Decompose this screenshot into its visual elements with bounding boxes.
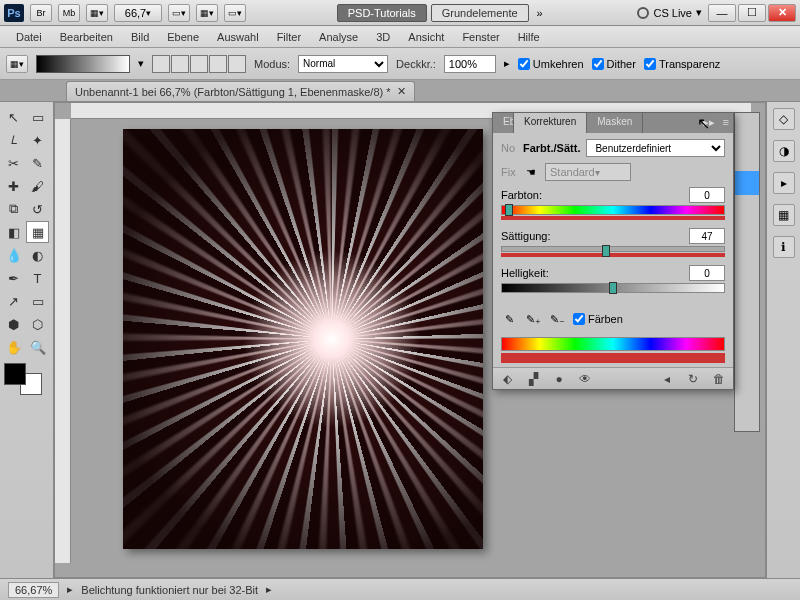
saturation-input[interactable] — [689, 228, 725, 244]
view-extras-button[interactable]: ▭▾ — [168, 4, 190, 22]
gradient-preview[interactable] — [36, 55, 130, 73]
menu-analyse[interactable]: Analyse — [311, 28, 366, 46]
status-zoom[interactable]: 66,67% — [8, 582, 59, 598]
close-doc-icon[interactable]: ✕ — [397, 85, 406, 98]
gradient-diamond[interactable] — [228, 55, 246, 73]
brush-tool[interactable]: 🖌 — [26, 175, 49, 197]
saturation-slider[interactable] — [501, 246, 725, 252]
adjustment-title: Farbt./Sätt. — [523, 142, 580, 154]
eraser-tool[interactable]: ◧ — [2, 221, 25, 243]
workspace-grundelemente[interactable]: Grundelemente — [431, 4, 529, 22]
dock-layers-icon[interactable]: ◇ — [773, 108, 795, 130]
hand-tool[interactable]: ✋ — [2, 336, 25, 358]
workspace-more-icon[interactable]: » — [533, 7, 547, 19]
gradient-reflected[interactable] — [209, 55, 227, 73]
screen-mode-button[interactable]: ▭▾ — [224, 4, 246, 22]
close-button[interactable]: ✕ — [768, 4, 796, 22]
dither-checkbox[interactable]: Dither — [592, 58, 636, 70]
transparenz-checkbox[interactable]: Transparenz — [644, 58, 720, 70]
eyedropper-add-icon[interactable]: ✎₊ — [525, 311, 541, 327]
tool-preset-picker[interactable]: ▦▾ — [6, 55, 28, 73]
status-arrow-icon[interactable]: ▸ — [67, 583, 73, 596]
marquee-tool[interactable]: ▭ — [26, 106, 49, 128]
panel-collapse-icon[interactable]: ▸▸ — [699, 113, 719, 133]
visibility-icon[interactable]: 👁 — [577, 371, 593, 387]
menu-ansicht[interactable]: Ansicht — [400, 28, 452, 46]
panel-tab-korrekturen[interactable]: Korrekturen — [514, 113, 587, 133]
menu-fenster[interactable]: Fenster — [454, 28, 507, 46]
eyedropper-sub-icon[interactable]: ✎₋ — [549, 311, 565, 327]
history-brush-tool[interactable]: ↺ — [26, 198, 49, 220]
move-tool[interactable]: ↖ — [2, 106, 25, 128]
layers-panel-edge[interactable] — [734, 112, 760, 432]
lasso-tool[interactable]: 𝘓 — [2, 129, 25, 151]
umkehren-checkbox[interactable]: Umkehren — [518, 58, 584, 70]
dock-info-icon[interactable]: ℹ — [773, 236, 795, 258]
menu-3d[interactable]: 3D — [368, 28, 398, 46]
arrange-button[interactable]: ▦▾ — [196, 4, 218, 22]
eyedropper-icon[interactable]: ✎ — [501, 311, 517, 327]
panel-tab-eb[interactable]: Eb — [493, 113, 514, 133]
menu-filter[interactable]: Filter — [269, 28, 309, 46]
trash-icon[interactable]: 🗑 — [711, 371, 727, 387]
panel-tab-masken[interactable]: Masken — [587, 113, 643, 133]
zoom-tool[interactable]: 🔍 — [26, 336, 49, 358]
dodge-tool[interactable]: ◐ — [26, 244, 49, 266]
hue-input[interactable] — [689, 187, 725, 203]
menu-hilfe[interactable]: Hilfe — [510, 28, 548, 46]
shape-tool[interactable]: ▭ — [26, 290, 49, 312]
menu-bearbeiten[interactable]: Bearbeiten — [52, 28, 121, 46]
minibridge-button[interactable]: Mb — [58, 4, 80, 22]
expand-icon[interactable]: ▞ — [525, 371, 541, 387]
panel-menu-icon[interactable]: ≡ — [719, 113, 733, 133]
document-tab[interactable]: Unbenannt-1 bei 66,7% (Farbton/Sättigung… — [66, 81, 415, 101]
path-tool[interactable]: ↗ — [2, 290, 25, 312]
menu-auswahl[interactable]: Auswahl — [209, 28, 267, 46]
menu-bild[interactable]: Bild — [123, 28, 157, 46]
stamp-tool[interactable]: ⧉ — [2, 198, 25, 220]
gradient-tool[interactable]: ▦ — [26, 221, 49, 243]
colorize-checkbox[interactable]: Färben — [573, 313, 623, 325]
layout-button[interactable]: ▦▾ — [86, 4, 108, 22]
hue-slider[interactable] — [501, 205, 725, 215]
crop-tool[interactable]: ✂ — [2, 152, 25, 174]
zoom-field[interactable]: 66,7 ▾ — [114, 4, 162, 22]
fg-color-swatch[interactable] — [4, 363, 26, 385]
minimize-button[interactable]: — — [708, 4, 736, 22]
heal-tool[interactable]: ✚ — [2, 175, 25, 197]
workspace-psd-tutorials[interactable]: PSD-Tutorials — [337, 4, 427, 22]
dock-history-icon[interactable]: ▸ — [773, 172, 795, 194]
prev-state-icon[interactable]: ◂ — [659, 371, 675, 387]
ruler-vertical[interactable] — [55, 119, 71, 563]
preset-select[interactable]: Benutzerdefiniert — [586, 139, 725, 157]
3d-cam-tool[interactable]: ⬡ — [26, 313, 49, 335]
gradient-radial[interactable] — [171, 55, 189, 73]
wand-tool[interactable]: ✦ — [26, 129, 49, 151]
eyedropper-tool[interactable]: ✎ — [26, 152, 49, 174]
maximize-button[interactable]: ☐ — [738, 4, 766, 22]
status-arrow2-icon[interactable]: ▸ — [266, 583, 272, 596]
type-tool[interactable]: T — [26, 267, 49, 289]
opacity-field[interactable]: 100% — [444, 55, 496, 73]
document-canvas[interactable] — [123, 129, 483, 549]
lightness-slider[interactable] — [501, 283, 725, 293]
menu-ebene[interactable]: Ebene — [159, 28, 207, 46]
dock-adjust-icon[interactable]: ◑ — [773, 140, 795, 162]
3d-tool[interactable]: ⬢ — [2, 313, 25, 335]
cs-live-button[interactable]: CS Live ▾ — [637, 6, 702, 19]
gradient-linear[interactable] — [152, 55, 170, 73]
gradient-angle[interactable] — [190, 55, 208, 73]
menu-datei[interactable]: Datei — [8, 28, 50, 46]
pen-tool[interactable]: ✒ — [2, 267, 25, 289]
dock-swatches-icon[interactable]: ▦ — [773, 204, 795, 226]
lightness-input[interactable] — [689, 265, 725, 281]
color-swatches[interactable] — [4, 363, 48, 395]
targeted-adjust-icon[interactable]: ☚ — [523, 164, 539, 180]
channel-select[interactable]: Standard ▾ — [545, 163, 631, 181]
reset-icon[interactable]: ↻ — [685, 371, 701, 387]
blur-tool[interactable]: 💧 — [2, 244, 25, 266]
bridge-button[interactable]: Br — [30, 4, 52, 22]
back-icon[interactable]: ⬖ — [499, 371, 515, 387]
clip-icon[interactable]: ● — [551, 371, 567, 387]
modus-select[interactable]: Normal — [298, 55, 388, 73]
